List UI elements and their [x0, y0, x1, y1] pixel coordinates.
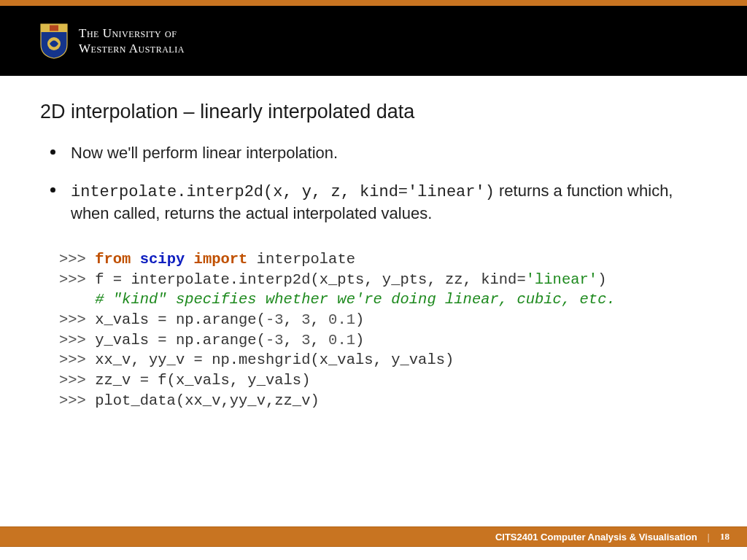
code-l8: plot_data(xx_v,yy_v,zz_v)	[86, 392, 320, 409]
code-prompt: >>>	[59, 251, 86, 268]
code-prompt: >>>	[59, 351, 86, 368]
footer-divider: |	[708, 532, 710, 542]
code-l5a: y_vals = np.arange(	[86, 332, 266, 349]
university-name-line1: The University of	[79, 26, 185, 41]
code-prompt: >>>	[59, 271, 86, 288]
bullet-list: Now we'll perform linear interpolation. …	[40, 142, 707, 225]
code-kw-import: import	[194, 251, 248, 268]
code-num: 3	[301, 332, 310, 349]
code-l2b: )	[597, 271, 606, 288]
slide-title: 2D interpolation – linearly interpolated…	[40, 101, 707, 123]
footer-course: CITS2401 Computer Analysis & Visualisati…	[495, 532, 697, 542]
code-prompt: >>>	[59, 332, 86, 349]
code-block: >>> from scipy import interpolate >>> f …	[40, 249, 707, 411]
top-accent-bar	[0, 0, 747, 6]
bullet-item-2: interpolate.interp2d(x, y, z, kind='line…	[71, 180, 707, 225]
code-l7: zz_v = f(x_vals, y_vals)	[86, 372, 311, 389]
code-mod-scipy: scipy	[140, 251, 185, 268]
footer-page-number: 18	[720, 531, 729, 542]
slide-header: The University of Western Australia	[0, 6, 747, 76]
code-l1-tail: interpolate	[247, 251, 355, 268]
slide-content: 2D interpolation – linearly interpolated…	[0, 76, 747, 411]
code-prompt: >>>	[59, 372, 86, 389]
code-kw-from: from	[95, 251, 131, 268]
code-comment: # "kind" specifies whether we're doing l…	[95, 291, 616, 308]
code-l6: xx_v, yy_v = np.meshgrid(x_vals, y_vals)	[86, 351, 454, 368]
university-name-line2: Western Australia	[79, 41, 185, 56]
code-comment-pad	[59, 291, 95, 308]
code-l2a: f = interpolate.interp2d(x_pts, y_pts, z…	[86, 271, 526, 288]
svg-rect-0	[50, 26, 58, 31]
university-crest-icon	[39, 23, 69, 59]
bullet-item-1: Now we'll perform linear interpolation.	[71, 142, 707, 164]
bullet2-code: interpolate.interp2d(x, y, z, kind='line…	[71, 183, 495, 201]
university-name: The University of Western Australia	[79, 26, 185, 57]
code-prompt: >>>	[59, 311, 86, 328]
slide-footer: CITS2401 Computer Analysis & Visualisati…	[0, 526, 747, 547]
code-l2-str: 'linear'	[526, 271, 597, 288]
code-num: 0.1	[328, 332, 355, 349]
code-num: 0.1	[328, 311, 355, 328]
code-l4a: x_vals = np.arange(	[86, 311, 266, 328]
code-num: 3	[301, 311, 310, 328]
code-num: -3	[266, 332, 284, 349]
code-prompt: >>>	[59, 392, 86, 409]
code-num: -3	[266, 311, 284, 328]
